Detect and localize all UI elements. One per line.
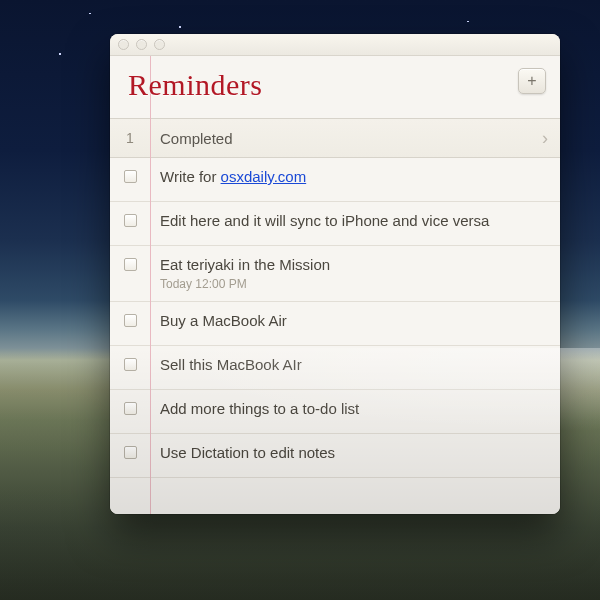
reminder-text[interactable]: Sell this MacBook AIr [160,356,548,375]
list-item[interactable]: Write for osxdaily.com [110,158,560,202]
reminder-subtext: Today 12:00 PM [160,277,548,291]
list-item[interactable]: Use Dictation to edit notes [110,434,560,478]
page-title: Reminders [128,68,262,102]
reminders-list: Write for osxdaily.com Edit here and it … [110,158,560,478]
reminder-text[interactable]: Buy a MacBook Air [160,312,548,331]
zoom-icon[interactable] [154,39,165,50]
minimize-icon[interactable] [136,39,147,50]
completed-count: 1 [110,130,150,146]
reminder-text[interactable]: Use Dictation to edit notes [160,444,548,463]
list-item[interactable]: Sell this MacBook AIr [110,346,560,390]
reminder-text[interactable]: Edit here and it will sync to iPhone and… [160,212,548,231]
checkbox[interactable] [124,314,137,327]
plus-icon: + [527,73,536,89]
completed-label: Completed [150,130,542,147]
checkbox[interactable] [124,402,137,415]
list-item[interactable]: Edit here and it will sync to iPhone and… [110,202,560,246]
list-item[interactable]: Buy a MacBook Air [110,302,560,346]
chevron-right-icon: › [542,128,548,149]
checkbox[interactable] [124,170,137,183]
reminder-text[interactable]: Eat teriyaki in the Mission [160,256,548,275]
window-titlebar[interactable] [110,34,560,56]
checkbox[interactable] [124,446,137,459]
checkbox[interactable] [124,258,137,271]
reminders-window: Reminders + 1 Completed › Write for osxd… [110,34,560,514]
header: Reminders + [110,56,560,118]
checkbox[interactable] [124,358,137,371]
close-icon[interactable] [118,39,129,50]
reminder-text[interactable]: Write for osxdaily.com [160,168,548,187]
checkbox[interactable] [124,214,137,227]
completed-row[interactable]: 1 Completed › [110,118,560,158]
reminder-link[interactable]: osxdaily.com [221,168,307,185]
reminder-text[interactable]: Add more things to a to-do list [160,400,548,419]
list-item[interactable]: Eat teriyaki in the Mission Today 12:00 … [110,246,560,302]
paper-margin-line [150,56,151,514]
list-item[interactable]: Add more things to a to-do list [110,390,560,434]
add-reminder-button[interactable]: + [518,68,546,94]
window-content: Reminders + 1 Completed › Write for osxd… [110,56,560,514]
